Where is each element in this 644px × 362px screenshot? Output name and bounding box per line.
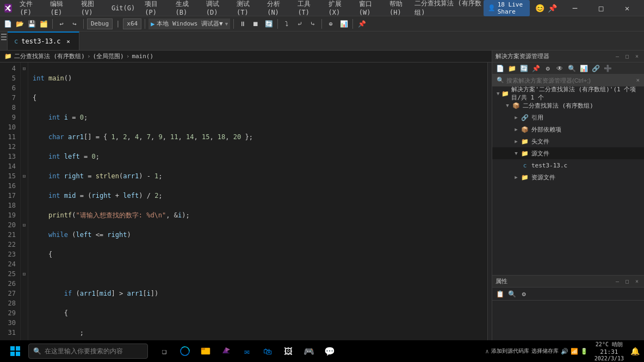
platform-dropdown[interactable]: x64 xyxy=(123,18,141,29)
pin-window-button[interactable]: 📌 xyxy=(356,18,367,29)
collapse-20[interactable]: ⊟ xyxy=(21,220,28,230)
tray-up-arrow[interactable]: ∧ xyxy=(485,348,489,355)
sidebar-close[interactable]: × xyxy=(633,53,641,60)
notification-icon[interactable]: 🔔 xyxy=(630,347,640,355)
feedback-icon[interactable]: 😊 xyxy=(534,3,546,14)
save-all-button[interactable]: 🗂️ xyxy=(38,18,49,29)
menu-project[interactable]: 项目(P) xyxy=(140,0,170,17)
menu-extensions[interactable]: 扩展(X) xyxy=(324,0,354,17)
undo-button[interactable]: ↩ xyxy=(56,18,67,29)
sidebar-minimize[interactable]: — xyxy=(614,53,621,60)
sidebar-btn-8[interactable]: 📊 xyxy=(578,63,589,74)
taskbar-search-bar[interactable]: 🔍 在这里输入你要搜索的内容 xyxy=(28,344,148,359)
sidebar-btn-10[interactable]: ➕ xyxy=(602,63,613,74)
props-close[interactable]: × xyxy=(633,278,641,285)
photos-icon[interactable]: 🖼 xyxy=(278,341,298,361)
open-file-button[interactable]: 📂 xyxy=(14,18,25,29)
code-line-13: { xyxy=(33,249,483,259)
sidebar-btn-1[interactable]: 📄 xyxy=(494,63,505,74)
taskview-button[interactable]: ❏ xyxy=(154,341,174,361)
minimap[interactable] xyxy=(487,63,492,340)
edge-icon[interactable] xyxy=(175,341,195,361)
maximize-button[interactable]: □ xyxy=(589,0,614,16)
code-content[interactable]: int main() { int i = 0; char arr1[] = { … xyxy=(28,63,487,340)
sidebar-btn-5[interactable]: ⚙ xyxy=(542,63,553,74)
explorer-icon[interactable] xyxy=(196,341,215,361)
project-icon: 📦 xyxy=(512,101,521,110)
tree-item-externals[interactable]: ▶ 📦 外部依赖项 xyxy=(492,123,644,135)
breadcrumb-solution[interactable]: 二分查找算法 (有序数组) xyxy=(14,52,85,60)
breadcrumb-scope[interactable]: (全局范围) xyxy=(93,52,124,60)
collapse-25[interactable]: ⊟ xyxy=(21,269,28,279)
collapse-15[interactable]: ⊟ xyxy=(21,171,28,181)
sidebar-win-controls: — □ × xyxy=(614,53,641,60)
new-file-button[interactable]: 📄 xyxy=(2,18,13,29)
collapse-4[interactable]: ⊟ xyxy=(21,64,28,73)
clock-area[interactable]: 22°C 晴朗 21:31 2022/3/13 xyxy=(592,341,626,361)
file-label: test3-13.c xyxy=(531,162,567,169)
collapse-21 xyxy=(21,230,28,240)
steam-icon[interactable]: 🎮 xyxy=(299,341,319,361)
sound-icon[interactable]: 🔊 xyxy=(561,348,568,355)
tab-close-button[interactable]: × xyxy=(64,37,72,46)
props-btn-3[interactable]: ⚙ xyxy=(518,289,529,299)
run-config-group[interactable]: ▶ 本地 Windows 调试器▼ ▼ xyxy=(148,18,230,29)
sidebar-btn-2[interactable]: 📁 xyxy=(506,63,517,74)
props-minimize[interactable]: — xyxy=(614,278,621,285)
pause-button[interactable]: ⏸ xyxy=(237,18,248,29)
network-icon[interactable]: 📶 xyxy=(571,348,578,355)
tree-item-headers[interactable]: ▶ 📁 头文件 xyxy=(492,135,644,147)
step-over-button[interactable]: ⤵ xyxy=(281,18,292,29)
sidebar-search-input[interactable] xyxy=(506,77,634,84)
sidebar-btn-9[interactable]: 🔗 xyxy=(590,63,601,74)
restart-button[interactable]: 🔄 xyxy=(263,18,274,29)
tree-item-file[interactable]: c test3-13.c xyxy=(492,159,644,171)
props-maximize[interactable]: □ xyxy=(623,278,631,285)
step-into-button[interactable]: ⤶ xyxy=(294,18,305,29)
menu-edit[interactable]: 编辑(E) xyxy=(46,0,75,17)
step-out-button[interactable]: ⤷ xyxy=(307,18,318,29)
menu-debug[interactable]: 调试(D) xyxy=(202,0,231,17)
main-layout: 📁 二分查找算法 (有序数组) › (全局范围) › main() 4 5 6 … xyxy=(0,51,644,340)
sidebar-btn-3[interactable]: 🔄 xyxy=(518,63,529,74)
chat-icon[interactable]: 💬 xyxy=(320,341,339,361)
redo-button[interactable]: ↪ xyxy=(69,18,80,29)
pin-icon[interactable]: 📌 xyxy=(547,3,558,14)
save-button[interactable]: 💾 xyxy=(26,18,37,29)
start-button[interactable] xyxy=(4,340,26,362)
breadcrumb-sep-2: › xyxy=(126,53,130,60)
menu-build[interactable]: 生成(B) xyxy=(171,0,201,17)
tree-item-source[interactable]: ▼ 📁 源文件 xyxy=(492,147,644,159)
tree-item-refs[interactable]: ▶ 🔗 引用 xyxy=(492,111,644,123)
stop-button[interactable]: ⏹ xyxy=(250,18,261,29)
tree-item-resources[interactable]: ▶ 📁 资源文件 xyxy=(492,171,644,183)
sidebar-btn-6[interactable]: 👁 xyxy=(554,63,565,74)
menu-view[interactable]: 视图(V) xyxy=(77,0,106,17)
sidebar-btn-4[interactable]: 📌 xyxy=(530,63,541,74)
close-button[interactable]: ✕ xyxy=(615,0,640,16)
menu-help[interactable]: 帮助(H) xyxy=(385,0,414,17)
props-btn-1[interactable]: 📋 xyxy=(494,289,505,299)
tab-test3-13[interactable]: c test3-13.c × xyxy=(8,32,79,50)
menu-window[interactable]: 窗口(W) xyxy=(355,0,384,17)
menu-test[interactable]: 测试(T) xyxy=(232,0,262,17)
live-share-button[interactable]: 👤 18 Live Share xyxy=(484,0,530,16)
store-icon[interactable]: 🛍 xyxy=(258,341,277,361)
vs-taskbar-icon[interactable] xyxy=(216,341,236,361)
menu-tools[interactable]: 工具(T) xyxy=(293,0,323,17)
props-btn-2[interactable]: 🔍 xyxy=(506,289,517,299)
menu-git[interactable]: Git(G) xyxy=(107,3,139,13)
mail-icon[interactable]: ✉ xyxy=(237,341,257,361)
code-line-6: int i = 0; xyxy=(33,113,483,122)
debug-config-dropdown[interactable]: Debug xyxy=(87,18,113,29)
sidebar-btn-7[interactable]: 🔍 xyxy=(566,63,577,74)
sidebar-maximize[interactable]: □ xyxy=(623,53,631,60)
breadcrumb-function[interactable]: main() xyxy=(132,53,153,60)
menu-analyze[interactable]: 分析(N) xyxy=(263,0,292,17)
tree-item-solution[interactable]: ▼ 📁 解决方案'二分查找算法 (有序数组)'(1 个项目/共 1 个 xyxy=(492,88,644,99)
minimize-button[interactable]: ─ xyxy=(562,0,587,16)
menu-file[interactable]: 文件(F) xyxy=(15,0,45,17)
performance-button[interactable]: 📊 xyxy=(338,18,349,29)
search-close-icon[interactable]: × xyxy=(636,77,640,84)
breakpoint-button[interactable]: ⊕ xyxy=(325,18,336,29)
